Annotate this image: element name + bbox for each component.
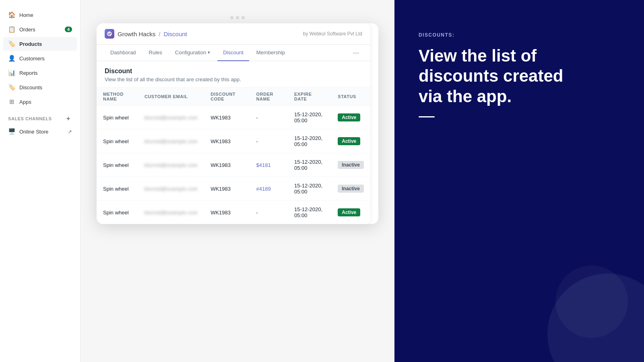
discount-header: Discount View the list of all the discou… bbox=[97, 61, 370, 87]
external-link-icon: ↗ bbox=[68, 129, 72, 135]
cell-discount-code: WK1983 bbox=[204, 106, 250, 130]
cell-expire-date: 15-12-2020, 05:00 bbox=[288, 106, 331, 130]
table-row: Spin wheelblurred@example.comWK1983-15-1… bbox=[97, 201, 370, 224]
sidebar-item-orders[interactable]: 📋 Orders 4 bbox=[3, 23, 77, 36]
app-by-label: by Webkul Software Pvt Ltd bbox=[303, 31, 362, 37]
online-store-label: Online Store bbox=[19, 129, 48, 135]
online-store-left: 🖥️ Online Store bbox=[8, 128, 48, 135]
app-title-plain: Growth Hacks bbox=[118, 31, 155, 37]
status-badge: Inactive bbox=[338, 161, 364, 169]
sidebar-item-products[interactable]: 🏷️ Products bbox=[3, 37, 77, 51]
orders-icon: 📋 bbox=[8, 26, 15, 33]
col-method-name: METHOD NAME bbox=[97, 88, 138, 106]
app-title: Growth Hacks/Discount bbox=[105, 29, 187, 39]
tab-discount[interactable]: Discount bbox=[217, 45, 249, 61]
table-row: Spin wheelblurred@example.comWK1983-15-1… bbox=[97, 130, 370, 153]
right-panel: DISCOUNTS: View the list ofdiscounts cre… bbox=[394, 0, 644, 362]
sidebar-item-online-store[interactable]: 🖥️ Online Store ↗ bbox=[3, 125, 77, 138]
col-discount-code: DISCOUNT CODE bbox=[204, 88, 250, 106]
cell-customer-email: blurred@example.com bbox=[138, 201, 204, 224]
app-title-link[interactable]: Discount bbox=[163, 31, 187, 37]
sidebar-item-home[interactable]: 🏠 Home bbox=[3, 8, 77, 22]
status-badge: Active bbox=[338, 137, 360, 145]
browser-dot-2 bbox=[236, 16, 239, 19]
cell-status: Active bbox=[331, 201, 370, 224]
discounts-icon: 🏷️ bbox=[8, 84, 15, 91]
cell-status: Inactive bbox=[331, 153, 370, 177]
app-header: Growth Hacks/Discount by Webkul Software… bbox=[97, 23, 370, 45]
cell-expire-date: 15-12-2020, 05:00 bbox=[288, 130, 331, 153]
online-store-icon: 🖥️ bbox=[8, 128, 15, 135]
deco-circle-2 bbox=[555, 265, 628, 338]
tab-rules[interactable]: Rules bbox=[143, 45, 168, 61]
sales-channels-label: SALES CHANNELS bbox=[8, 116, 52, 121]
status-badge: Active bbox=[338, 113, 360, 121]
cell-discount-code: WK1983 bbox=[204, 130, 250, 153]
cell-order-name: - bbox=[250, 106, 288, 130]
tabs-more-button[interactable]: ··· bbox=[350, 45, 362, 60]
sidebar-item-discounts[interactable]: 🏷️ Discounts bbox=[3, 80, 77, 94]
reports-icon: 📊 bbox=[8, 69, 15, 76]
sidebar-item-customers[interactable]: 👤 Customers bbox=[3, 51, 77, 65]
tab-dashboard[interactable]: Dashborad bbox=[105, 45, 142, 61]
sidebar-item-label: Orders bbox=[19, 27, 35, 33]
sidebar-item-label: Home bbox=[19, 12, 33, 18]
browser-dot-3 bbox=[242, 16, 245, 19]
sidebar-item-label: Customers bbox=[19, 56, 45, 62]
orders-badge: 4 bbox=[65, 27, 72, 32]
cell-order-name: - bbox=[250, 201, 288, 224]
cell-customer-email: blurred@example.com bbox=[138, 130, 204, 153]
table-header-row: METHOD NAME CUSTOMER EMAIL DISCOUNT CODE… bbox=[97, 88, 370, 106]
table-body: Spin wheelblurred@example.comWK1983-15-1… bbox=[97, 106, 370, 224]
cell-discount-code: WK1983 bbox=[204, 177, 250, 201]
add-channel-icon[interactable]: + bbox=[65, 115, 72, 122]
cell-method-name: Spin wheel bbox=[97, 106, 138, 130]
right-panel-label: DISCOUNTS: bbox=[419, 32, 620, 38]
cell-method-name: Spin wheel bbox=[97, 177, 138, 201]
sidebar-item-reports[interactable]: 📊 Reports bbox=[3, 66, 77, 80]
discount-subtitle: View the list of all the discount that a… bbox=[105, 76, 362, 82]
app-title-separator: / bbox=[159, 31, 160, 37]
sidebar-item-apps[interactable]: ⊞ Apps bbox=[3, 95, 77, 109]
cell-order-name[interactable]: #4189 bbox=[250, 177, 288, 201]
app-card-wrapper: Growth Hacks/Discount by Webkul Software… bbox=[97, 23, 378, 224]
status-badge: Inactive bbox=[338, 185, 364, 193]
main-content: Growth Hacks/Discount by Webkul Software… bbox=[80, 0, 394, 362]
cell-status: Inactive bbox=[331, 177, 370, 201]
apps-icon: ⊞ bbox=[8, 98, 15, 105]
col-customer-email: CUSTOMER EMAIL bbox=[138, 88, 204, 106]
cell-order-name[interactable]: $4181 bbox=[250, 153, 288, 177]
cell-method-name: Spin wheel bbox=[97, 201, 138, 224]
sidebar: 🏠 Home 📋 Orders 4 🏷️ Products 👤 Customer… bbox=[0, 0, 80, 362]
status-badge: Active bbox=[338, 208, 360, 216]
products-icon: 🏷️ bbox=[8, 40, 15, 47]
cell-order-name: - bbox=[250, 130, 288, 153]
cell-expire-date: 15-12-2020, 05:00 bbox=[288, 153, 331, 177]
right-panel-heading: View the list ofdiscounts createdvia the… bbox=[419, 46, 620, 107]
home-icon: 🏠 bbox=[8, 11, 15, 19]
sidebar-item-label: Products bbox=[19, 41, 42, 47]
cell-expire-date: 15-12-2020, 05:00 bbox=[288, 201, 331, 224]
cell-expire-date: 15-12-2020, 05:00 bbox=[288, 177, 331, 201]
col-expire-date: EXPIRE DATE bbox=[288, 88, 331, 106]
table-row: Spin wheelblurred@example.comWK1983#4189… bbox=[97, 177, 370, 201]
app-logo-icon bbox=[105, 29, 114, 39]
sidebar-item-label: Apps bbox=[19, 99, 31, 105]
cell-discount-code: WK1983 bbox=[204, 153, 250, 177]
tab-configuration[interactable]: Configuration ▾ bbox=[169, 45, 216, 61]
cell-method-name: Spin wheel bbox=[97, 130, 138, 153]
cell-customer-email: blurred@example.com bbox=[138, 177, 204, 201]
discount-title: Discount bbox=[105, 68, 362, 75]
configuration-arrow-icon: ▾ bbox=[208, 50, 210, 55]
right-panel-divider bbox=[419, 116, 435, 117]
table-head: METHOD NAME CUSTOMER EMAIL DISCOUNT CODE… bbox=[97, 88, 370, 106]
app-card: Growth Hacks/Discount by Webkul Software… bbox=[97, 23, 370, 224]
table-row: Spin wheelblurred@example.comWK1983$4181… bbox=[97, 153, 370, 177]
cell-status: Active bbox=[331, 130, 370, 153]
discount-table: METHOD NAME CUSTOMER EMAIL DISCOUNT CODE… bbox=[97, 87, 370, 224]
tab-membership[interactable]: Membership bbox=[251, 45, 291, 61]
cell-customer-email: blurred@example.com bbox=[138, 106, 204, 130]
sidebar-item-label: Discounts bbox=[19, 84, 42, 90]
cell-customer-email: blurred@example.com bbox=[138, 153, 204, 177]
cell-status: Active bbox=[331, 106, 370, 130]
